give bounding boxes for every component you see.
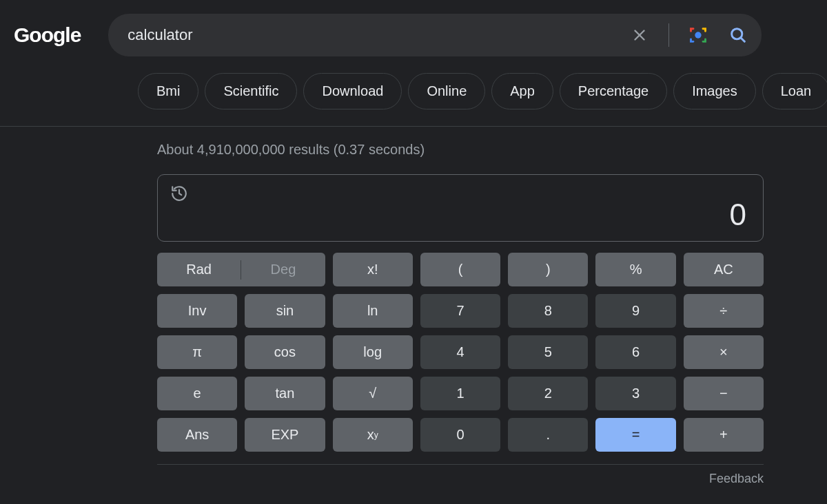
- add-button[interactable]: +: [684, 418, 764, 452]
- inv-button[interactable]: Inv: [157, 294, 237, 328]
- digit-4-button[interactable]: 4: [420, 335, 500, 369]
- sqrt-button[interactable]: √: [333, 377, 413, 410]
- equals-button[interactable]: =: [595, 418, 675, 452]
- digit-9-button[interactable]: 9: [595, 294, 675, 328]
- google-logo[interactable]: Google: [11, 23, 81, 47]
- chip-loan[interactable]: Loan: [762, 73, 827, 109]
- cos-button[interactable]: cos: [245, 335, 325, 369]
- power-button[interactable]: xy: [333, 418, 413, 452]
- percent-button[interactable]: %: [595, 253, 675, 286]
- display-value: 0: [174, 200, 746, 230]
- tan-button[interactable]: tan: [245, 377, 325, 410]
- divide-button[interactable]: ÷: [684, 294, 764, 328]
- digit-2-button[interactable]: 2: [508, 377, 588, 410]
- digit-3-button[interactable]: 3: [595, 377, 675, 410]
- history-icon[interactable]: [170, 185, 188, 205]
- clear-icon[interactable]: [626, 21, 653, 49]
- search-input[interactable]: [127, 26, 626, 44]
- decimal-button[interactable]: .: [508, 418, 588, 452]
- divider: [668, 23, 669, 47]
- pi-button[interactable]: π: [157, 335, 237, 369]
- digit-7-button[interactable]: 7: [420, 294, 500, 328]
- svg-line-4: [741, 38, 745, 42]
- digit-0-button[interactable]: 0: [420, 418, 500, 452]
- rad-deg-toggle: Rad Deg: [157, 253, 325, 286]
- search-icon[interactable]: [724, 21, 752, 49]
- chip-bmi[interactable]: Bmi: [138, 73, 198, 109]
- digit-5-button[interactable]: 5: [508, 335, 588, 369]
- rparen-button[interactable]: ): [508, 253, 588, 286]
- chip-images[interactable]: Images: [673, 73, 756, 109]
- chip-app[interactable]: App: [491, 73, 553, 109]
- e-button[interactable]: e: [157, 377, 237, 410]
- chip-online[interactable]: Online: [408, 73, 485, 109]
- exp-button[interactable]: EXP: [245, 418, 325, 452]
- subtract-button[interactable]: −: [684, 377, 764, 410]
- svg-point-2: [695, 32, 702, 38]
- ln-button[interactable]: ln: [333, 294, 413, 328]
- lens-icon[interactable]: [684, 21, 712, 49]
- deg-button[interactable]: Deg: [241, 262, 325, 277]
- sin-button[interactable]: sin: [245, 294, 325, 328]
- calculator-widget: 0 Rad Deg x! ( ) % AC Inv sin ln 7 8 9 ÷…: [157, 174, 764, 486]
- rad-button[interactable]: Rad: [157, 262, 241, 277]
- lparen-button[interactable]: (: [420, 253, 500, 286]
- chip-percentage[interactable]: Percentage: [560, 73, 667, 109]
- result-stats: About 4,910,000,000 results (0.37 second…: [157, 142, 775, 158]
- feedback-link[interactable]: Feedback: [157, 464, 764, 486]
- calculator-display: 0: [157, 174, 764, 242]
- search-bar: [108, 14, 762, 56]
- digit-8-button[interactable]: 8: [508, 294, 588, 328]
- digit-6-button[interactable]: 6: [595, 335, 675, 369]
- ac-button[interactable]: AC: [684, 253, 764, 286]
- ans-button[interactable]: Ans: [157, 418, 237, 452]
- multiply-button[interactable]: ×: [684, 335, 764, 369]
- factorial-button[interactable]: x!: [333, 253, 413, 286]
- digit-1-button[interactable]: 1: [420, 377, 500, 410]
- log-button[interactable]: log: [333, 335, 413, 369]
- related-chips: Bmi Scientific Download Online App Perce…: [0, 56, 827, 109]
- chip-scientific[interactable]: Scientific: [205, 73, 297, 109]
- chip-download[interactable]: Download: [303, 73, 402, 109]
